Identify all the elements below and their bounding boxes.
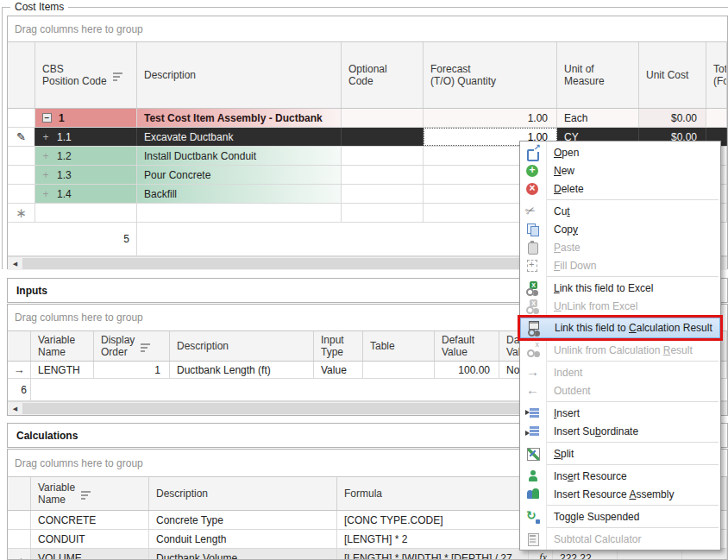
row-indicator-cell[interactable] — [8, 109, 35, 127]
optional-code-cell[interactable] — [342, 128, 424, 146]
optional-code-cell[interactable] — [342, 166, 424, 184]
column-header-table[interactable]: Table — [363, 331, 435, 361]
column-header-optional-code[interactable]: OptionalCode — [342, 42, 424, 108]
display-order-cell[interactable]: 1 — [94, 362, 170, 378]
variable-name-cell[interactable]: CONDUIT — [31, 530, 149, 548]
column-header-indicator[interactable] — [8, 477, 31, 510]
menu-item-new[interactable]: New — [520, 161, 720, 179]
optional-code-cell[interactable] — [342, 147, 424, 165]
column-header-display-order[interactable]: DisplayOrder — [94, 331, 170, 361]
sort-icon[interactable] — [141, 343, 151, 352]
menu-item-delete[interactable]: Delete — [520, 179, 720, 198]
unit-cost-cell[interactable]: $0.00 — [639, 109, 706, 127]
total-forecast-cell[interactable] — [706, 109, 727, 127]
column-header-formula[interactable]: Formula — [337, 477, 529, 510]
default-value-cell[interactable]: 100.00 — [435, 362, 499, 378]
menu-item-toggle-suspended[interactable]: Toggle Suspended — [520, 507, 720, 525]
column-header-indicator[interactable] — [8, 331, 31, 361]
menu-item-fill-down[interactable]: Fill Down — [520, 256, 720, 274]
menu-item-paste[interactable]: Paste — [520, 238, 720, 256]
menu-item-link-this-field-to-calculation-result[interactable]: Link this field to Calculation Result — [520, 318, 720, 338]
row-indicator-cell[interactable] — [8, 530, 31, 548]
description-cell[interactable]: Pour Concrete — [137, 166, 342, 184]
menu-item-unlink-from-calculation-result[interactable]: Unlink from Calculation Result — [520, 341, 720, 359]
row-indicator-cell[interactable]: ∗ — [8, 204, 35, 222]
row-indicator-cell[interactable] — [8, 185, 35, 203]
scroll-left-icon[interactable]: ◀ — [8, 257, 22, 270]
column-header-description[interactable]: Description — [170, 331, 314, 361]
column-header-input-type[interactable]: InputType — [314, 331, 363, 361]
optional-code-cell[interactable] — [342, 185, 424, 203]
menu-item-unlink-from-excel[interactable]: UnLink from Excel — [520, 297, 720, 315]
column-header-default-value[interactable]: DefaultValue — [435, 331, 499, 361]
menu-item-subtotal-calculator[interactable]: Subtotal Calculator — [520, 530, 720, 548]
description-cell[interactable]: Install Ductbank Conduit — [137, 147, 342, 165]
description-cell[interactable]: Excavate Ductbank — [137, 128, 342, 146]
optional-code-cell[interactable] — [342, 109, 424, 127]
menu-item-open[interactable]: Open — [520, 143, 720, 161]
cbs-position-code-cell[interactable]: +1.4 — [35, 185, 137, 203]
variable-name-cell[interactable]: VOLUME — [31, 549, 149, 560]
column-header-variable-name[interactable]: VariableName — [31, 477, 149, 510]
cost-items-group-band[interactable]: Drag columns here to group — [8, 16, 727, 42]
column-header-label: DisplayOrder — [101, 334, 135, 358]
column-header-unit-of-measure[interactable]: Unit ofMeasure — [557, 42, 639, 108]
variable-name-cell[interactable]: LENGTH — [31, 362, 94, 378]
column-header-unit-cost[interactable]: Unit Cost — [639, 42, 706, 108]
unit-of-measure-cell[interactable]: Each — [557, 109, 639, 127]
menu-item-indent[interactable]: Indent — [520, 363, 720, 381]
description-cell[interactable]: Concrete Type — [149, 511, 337, 529]
cost-item-row[interactable]: −1Test Cost Item Assembly - Ductbank1.00… — [8, 109, 727, 128]
row-indicator-cell[interactable] — [8, 147, 35, 165]
sort-icon[interactable] — [81, 490, 91, 500]
cbs-position-code-cell[interactable]: +1.1 — [35, 128, 137, 146]
row-indicator-cell[interactable]: ✎ — [8, 128, 35, 146]
variable-name-cell[interactable]: CONCRETE — [31, 511, 149, 529]
sort-icon[interactable] — [113, 72, 123, 81]
menu-item-insert-resource[interactable]: Insert Resource — [520, 467, 720, 485]
formula-cell[interactable]: [CONC TYPE.CODE] — [337, 511, 529, 529]
cbs-position-code-cell[interactable]: −1 — [35, 109, 137, 127]
menu-item-insert[interactable]: Insert — [520, 404, 720, 422]
optional-code-cell[interactable] — [342, 204, 424, 222]
description-cell[interactable] — [137, 204, 342, 222]
cbs-position-code-cell[interactable] — [35, 204, 137, 222]
row-indicator-cell[interactable]: → — [8, 362, 31, 378]
description-cell[interactable]: Backfill — [137, 185, 342, 203]
menu-item-insert-resource-assembly[interactable]: Insert Resource Assembly — [520, 485, 720, 503]
expand-icon[interactable]: + — [42, 150, 49, 162]
menu-item-outdent[interactable]: Outdent — [520, 381, 720, 400]
column-header-forecast-t-o-quantity[interactable]: Forecast(T/O) Quantity — [424, 42, 557, 108]
input-type-cell[interactable]: Value — [314, 362, 363, 378]
description-cell[interactable]: Ductbank Length (ft) — [170, 362, 314, 378]
column-header-cbs-position-code[interactable]: CBSPosition Code — [35, 42, 137, 108]
menu-item-split[interactable]: Split — [520, 444, 720, 462]
insert-sub-icon — [520, 425, 546, 438]
expand-icon[interactable]: + — [42, 188, 49, 200]
column-header-description[interactable]: Description — [137, 42, 342, 108]
description-cell[interactable]: Test Cost Item Assembly - Ductbank — [137, 109, 342, 127]
scroll-left-icon[interactable]: ◀ — [8, 402, 22, 415]
expand-icon[interactable]: + — [42, 169, 49, 181]
formula-cell[interactable]: [LENGTH] * 2 — [337, 530, 529, 548]
menu-item-cut[interactable]: Cut — [520, 202, 720, 220]
menu-item-copy[interactable]: Copy — [520, 220, 720, 238]
column-header-variable-name[interactable]: VariableName — [31, 331, 94, 361]
description-cell[interactable]: Ductbank Volume — [149, 549, 337, 560]
menu-item-link-this-field-to-excel[interactable]: Link this field to Excel — [520, 279, 720, 297]
cbs-position-code-cell[interactable]: +1.2 — [35, 147, 137, 165]
expand-icon[interactable]: + — [42, 131, 49, 143]
formula-cell[interactable]: [LENGTH] * [WIDTH] * [DEPTH] / 27 — [337, 549, 529, 560]
menu-item-insert-subordinate[interactable]: Insert Subordinate — [520, 422, 720, 440]
column-header-total-forecast[interactable]: Total(Forecast) — [706, 42, 727, 108]
cbs-position-code-cell[interactable]: +1.3 — [35, 166, 137, 184]
row-indicator-cell[interactable]: → — [8, 549, 31, 560]
column-header-description[interactable]: Description — [149, 477, 337, 510]
collapse-icon[interactable]: − — [42, 113, 52, 123]
description-cell[interactable]: Conduit Length — [149, 530, 337, 548]
row-indicator-cell[interactable] — [8, 511, 31, 529]
column-header-indicator[interactable] — [8, 42, 35, 108]
forecast-quantity-cell[interactable]: 1.00 — [424, 109, 557, 127]
row-indicator-cell[interactable] — [8, 166, 35, 184]
table-cell[interactable] — [363, 362, 435, 378]
